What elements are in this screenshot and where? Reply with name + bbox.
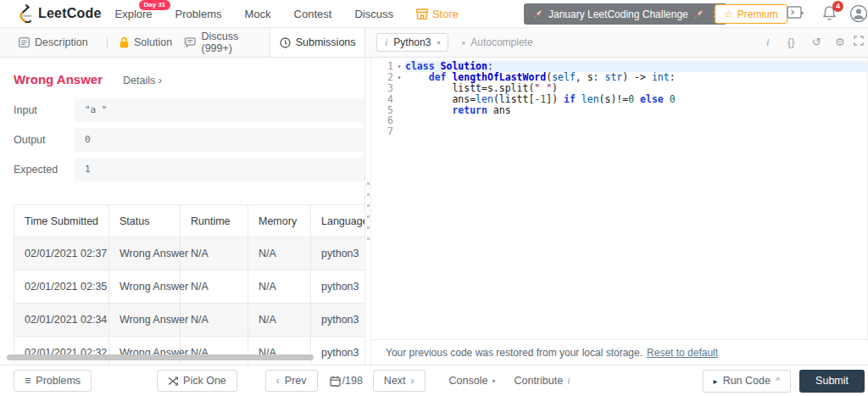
brand-name: LeetCode: [38, 6, 102, 21]
line-number-gutter: 4: [371, 94, 405, 105]
input-value[interactable]: "a ": [75, 98, 364, 122]
challenge-progress[interactable]: /198: [330, 375, 363, 387]
problems-button[interactable]: ≡ Problems: [14, 370, 92, 392]
nav-item-store[interactable]: Store: [416, 8, 459, 20]
gear-icon[interactable]: ⚙: [835, 36, 845, 48]
notification-bell[interactable]: 4: [822, 5, 837, 21]
panel-resize-handle[interactable]: [364, 58, 371, 365]
table-header-cell: Language: [311, 205, 365, 237]
table-row[interactable]: 02/01/2021 02:35Wrong AnswerN/AN/Apython…: [14, 271, 365, 304]
line-number-gutter: 3: [371, 83, 405, 94]
horizontal-scrollbar[interactable]: [7, 354, 314, 360]
submissions-table: Time SubmittedStatusRuntimeMemoryLanguag…: [14, 204, 364, 365]
fold-spacer: [393, 94, 405, 105]
language-select[interactable]: i Python3 ▾: [376, 33, 448, 52]
result-header: Wrong Answer Details ›: [0, 58, 364, 86]
chevron-down-icon: ▾: [437, 39, 440, 47]
store-icon: [416, 8, 428, 20]
prev-button[interactable]: ‹ Prev: [265, 370, 318, 392]
description-icon: [19, 37, 30, 47]
submissions-table-body: 02/01/2021 02:37Wrong AnswerN/AN/Apython…: [14, 237, 365, 365]
table-row[interactable]: 02/01/2021 02:34Wrong AnswerN/AN/Apython…: [14, 304, 365, 337]
expected-value[interactable]: 1: [75, 158, 364, 181]
bottom-bar: ≡ Problems Pick One ‹ Prev /198 Next › C…: [0, 365, 868, 396]
interview-icon[interactable]: [787, 5, 804, 20]
shuffle-icon: [168, 376, 178, 386]
line-number-gutter: 7: [371, 126, 405, 137]
expand-icon[interactable]: [854, 36, 864, 46]
console-toggle[interactable]: Console ▾: [449, 375, 496, 387]
contribute-link[interactable]: Contribute i: [514, 375, 570, 388]
reset-to-default-link[interactable]: Reset to default: [647, 347, 718, 359]
calendar-icon: [330, 376, 341, 387]
language-value: Python3: [393, 36, 431, 48]
tab-description[interactable]: Description: [0, 28, 107, 57]
expected-row: Expected 1: [14, 158, 364, 181]
table-cell: Wrong Answer: [109, 304, 181, 337]
lock-icon: [120, 37, 129, 48]
table-header-row: Time SubmittedStatusRuntimeMemoryLanguag…: [14, 205, 365, 237]
input-label: Input: [14, 104, 75, 116]
nav-item-problems[interactable]: Problems: [175, 8, 222, 20]
code-line[interactable]: 6: [371, 115, 867, 126]
next-button[interactable]: Next ›: [373, 370, 426, 392]
top-navbar: LeetCode Explore Day 31 Problems Mock Co…: [0, 0, 868, 28]
tab-submissions[interactable]: Submissions: [270, 28, 364, 57]
submit-button[interactable]: Submit: [799, 370, 865, 393]
tab-solution[interactable]: Solution: [108, 28, 185, 57]
run-code-button[interactable]: ▸ Run Code ^: [703, 370, 792, 393]
chevron-left-icon: ‹: [276, 375, 280, 387]
chevron-down-icon: ▾: [492, 377, 495, 385]
tab-discuss[interactable]: Discuss (999+): [185, 28, 270, 57]
rocket-icon: [532, 8, 543, 20]
notification-count-badge: 4: [832, 1, 843, 12]
submissions-table-wrap: Time SubmittedStatusRuntimeMemoryLanguag…: [14, 204, 364, 365]
leetcode-logo[interactable]: LeetCode: [17, 4, 102, 23]
play-icon: ▸: [714, 376, 718, 386]
code-line[interactable]: 5 return ans: [371, 105, 867, 116]
info-icon[interactable]: i: [766, 36, 770, 49]
fold-arrow-icon[interactable]: ▾: [393, 61, 405, 72]
premium-button[interactable]: ☆ Premium: [715, 4, 787, 24]
table-row[interactable]: 02/01/2021 02:37Wrong AnswerN/AN/Apython…: [14, 237, 365, 271]
avatar[interactable]: [849, 4, 868, 23]
problem-counter: /198: [342, 375, 363, 387]
menu-icon: ≡: [25, 375, 31, 387]
language-info-icon: i: [385, 36, 387, 49]
code-editor[interactable]: 1▾class Solution:2▾ def lengthOfLastWord…: [371, 58, 868, 339]
rocket-icon: [693, 8, 704, 20]
nav-item-explore[interactable]: Explore Day 31: [115, 8, 153, 20]
table-cell: python3: [311, 337, 365, 365]
table-cell: N/A: [248, 271, 311, 304]
nav-item-discuss[interactable]: Discuss: [354, 8, 393, 20]
table-cell: 02/01/2021 02:35: [14, 271, 109, 304]
output-value[interactable]: 0: [75, 128, 364, 152]
leetcode-app: LeetCode Explore Day 31 Problems Mock Co…: [0, 0, 868, 396]
input-row: Input "a ": [14, 98, 364, 122]
chevron-up-icon: ^: [776, 376, 780, 386]
table-cell: Wrong Answer: [109, 271, 181, 304]
autocomplete-toggle[interactable]: ● Autocomplete: [461, 36, 532, 48]
nav-item-mock[interactable]: Mock: [245, 8, 271, 20]
subbar: Description Solution Discuss (999+): [0, 28, 868, 58]
pick-one-button[interactable]: Pick One: [157, 370, 237, 392]
table-cell: python3: [311, 271, 365, 304]
braces-icon[interactable]: {}: [787, 36, 795, 48]
restore-text: Your previous code was restored from you…: [386, 347, 643, 359]
reset-icon[interactable]: ↺: [812, 36, 821, 48]
left-panel-tabs: Description Solution Discuss (999+): [0, 28, 364, 58]
fold-spacer: [393, 126, 405, 137]
nav-item-contest[interactable]: Contest: [294, 8, 332, 20]
details-link[interactable]: Details ›: [123, 75, 162, 86]
editor-toolbar: i Python3 ▾ ● Autocomplete i {} ↺ ⚙: [364, 28, 868, 58]
submissions-panel: Wrong Answer Details › Input "a " Output…: [0, 58, 364, 365]
result-status: Wrong Answer: [14, 72, 103, 86]
challenge-banner[interactable]: January LeetCoding Challenge ×: [524, 3, 726, 25]
table-cell: N/A: [181, 271, 248, 304]
challenge-banner-text: January LeetCoding Challenge: [548, 8, 688, 20]
code-line[interactable]: 7: [371, 126, 867, 137]
fold-arrow-icon[interactable]: ▾: [393, 72, 405, 83]
table-cell: 02/01/2021 02:37: [14, 237, 109, 271]
table-cell: 02/01/2021 02:34: [14, 304, 109, 337]
table-cell: N/A: [248, 304, 311, 337]
